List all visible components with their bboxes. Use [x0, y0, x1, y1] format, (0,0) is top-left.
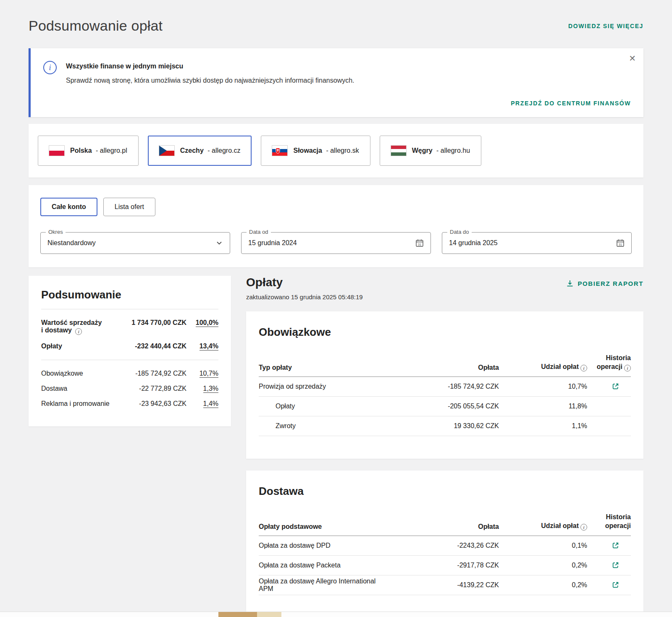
market-poland[interactable]: Polska - allegro.pl [38, 136, 139, 166]
date-to-input[interactable]: Data do 14 grudnia 2025 31 [442, 232, 632, 254]
info-icon[interactable]: i [580, 524, 587, 531]
info-banner: i Wszystkie finanse w jednym miejscu Spr… [29, 48, 643, 117]
market-slovakia[interactable]: Słowacja - allegro.sk [261, 136, 370, 166]
filters-panel: Całe konto Lista ofert Okres Niestandard… [29, 185, 643, 267]
tab-whole-account[interactable]: Całe konto [40, 198, 97, 216]
mandatory-section-title: Obowiązkowe [259, 326, 631, 339]
fees-header: Opłaty zaktualizowano 15 grudnia 2025 05… [246, 276, 643, 301]
info-icon[interactable]: i [580, 365, 587, 371]
banner-title: Wszystkie finanse w jednym miejscu [66, 63, 631, 70]
svg-text:31: 31 [619, 243, 622, 246]
info-icon: i [43, 61, 57, 74]
tab-offer-list[interactable]: Lista ofert [103, 198, 155, 216]
period-select[interactable]: Okres Niestandardowy [40, 232, 230, 254]
czechia-flag-icon [159, 146, 174, 156]
background-window-edge [0, 612, 672, 617]
poland-flag-icon [49, 146, 64, 156]
summary-panel: Podsumowanie Wartość sprzedaży i dostawy… [29, 276, 231, 426]
history-link-icon[interactable] [612, 542, 619, 549]
banner-text: Sprawdź nową stronę, która umożliwia szy… [66, 77, 631, 84]
delivery-section-title: Dostawa [259, 485, 631, 498]
delivery-table-header: Opłaty podstawowe Opłata Udział opłati H… [259, 513, 631, 536]
mandatory-fees-card: Obowiązkowe Typ opłaty Opłata Udział opł… [246, 311, 643, 459]
table-row: Opłata za dostawę Packeta -2917,78 CZK 0… [259, 556, 631, 575]
table-row: Opłata za dostawę DPD -2243,26 CZK 0,1% [259, 536, 631, 556]
page-title: Podsumowanie opłat [29, 18, 163, 34]
download-icon [566, 279, 574, 288]
calendar-icon: 31 [415, 239, 424, 247]
history-link-icon[interactable] [612, 581, 619, 588]
history-link-icon[interactable] [612, 383, 619, 390]
summary-row-delivery: Dostawa -22 772,89 CZK 1,3% [41, 381, 218, 396]
summary-title: Podsumowanie [41, 288, 218, 301]
page-header: Podsumowanie opłat DOWIEDZ SIĘ WIĘCEJ [29, 0, 643, 34]
market-hungary[interactable]: Węgry - allegro.hu [380, 136, 481, 166]
table-row: Opłata za dostawę Allegro International … [259, 575, 631, 595]
date-from-input[interactable]: Data od 15 grudnia 2024 31 [241, 232, 431, 254]
summary-row-ads: Reklama i promowanie -23 942,63 CZK 1,4% [41, 396, 218, 411]
svg-text:31: 31 [418, 243, 421, 246]
summary-sales-row: Wartość sprzedaży i dostawy i 1 734 770,… [41, 315, 218, 339]
market-czechia[interactable]: Czechy - allegro.cz [148, 136, 252, 166]
delivery-fees-card: Dostawa Opłaty podstawowe Opłata Udział … [246, 471, 643, 617]
history-link-icon[interactable] [612, 562, 619, 569]
chevron-down-icon [215, 239, 223, 247]
table-row: Zwroty 19 330,62 CZK 1,1% [259, 416, 631, 436]
table-row: Opłaty -205 055,54 CZK 11,8% [259, 397, 631, 416]
info-icon[interactable]: i [624, 365, 631, 371]
learn-more-link[interactable]: DOWIEDZ SIĘ WIĘCEJ [568, 23, 643, 29]
close-icon[interactable]: ✕ [629, 54, 636, 63]
hungary-flag-icon [391, 146, 406, 156]
calendar-icon: 31 [616, 239, 625, 247]
mandatory-table-header: Typ opłaty Opłata Udział opłati Historia… [259, 354, 631, 377]
market-selector: Polska - allegro.pl Czechy - allegro.cz … [29, 124, 643, 178]
slovakia-flag-icon [272, 146, 287, 156]
download-report-link[interactable]: POBIERZ RAPORT [566, 279, 643, 288]
table-row: Prowizja od sprzedaży -185 724,92 CZK 10… [259, 377, 631, 397]
summary-row-mandatory: Obowiązkowe -185 724,92 CZK 10,7% [41, 366, 218, 381]
fees-updated-timestamp: zaktualizowano 15 grudnia 2025 05:48:19 [246, 293, 363, 301]
finance-center-link[interactable]: PRZEJDŹ DO CENTRUM FINANSÓW [511, 100, 631, 107]
fees-title: Opłaty [246, 276, 363, 289]
summary-fees-row: Opłaty -232 440,44 CZK 13,4% [41, 339, 218, 354]
info-icon[interactable]: i [75, 328, 82, 335]
